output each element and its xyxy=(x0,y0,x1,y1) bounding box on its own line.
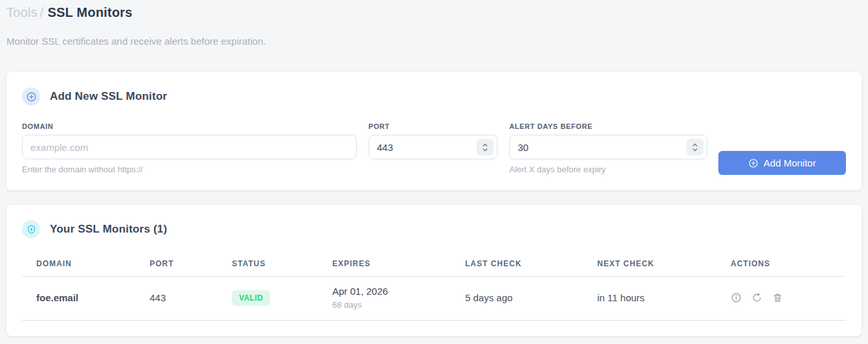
info-button[interactable] xyxy=(731,292,742,303)
header-next-check: NEXT CHECK xyxy=(583,254,716,277)
monitor-next-check: in 11 hours xyxy=(583,277,716,321)
table-header-row: DOMAIN PORT STATUS EXPIRES LAST CHECK NE… xyxy=(22,254,846,277)
monitors-list-card: Your SSL Monitors (1) DOMAIN PORT STATUS… xyxy=(6,205,862,336)
table-row: foe.email 443 VALID Apr 01, 2026 68 days… xyxy=(22,277,846,321)
monitor-last-check: 5 days ago xyxy=(451,277,583,321)
monitors-card-title: Your SSL Monitors (1) xyxy=(50,223,167,236)
plus-circle-icon xyxy=(22,87,40,106)
refresh-icon xyxy=(751,292,762,303)
monitors-card-header: Your SSL Monitors (1) xyxy=(22,220,846,238)
domain-label: DOMAIN xyxy=(22,122,357,130)
monitor-domain: foe.email xyxy=(22,277,135,321)
add-card-header: Add New SSL Monitor xyxy=(22,87,846,106)
page-title: SSL Monitors xyxy=(47,5,132,19)
domain-input[interactable] xyxy=(22,135,357,159)
row-actions xyxy=(731,292,841,303)
port-field-group: PORT xyxy=(369,122,498,159)
alert-days-stepper[interactable] xyxy=(687,139,703,155)
add-monitor-button-label: Add Monitor xyxy=(764,157,816,168)
header-actions: ACTIONS xyxy=(716,254,846,277)
chevron-up-down-icon xyxy=(482,143,488,152)
info-icon xyxy=(731,292,742,303)
header-domain: DOMAIN xyxy=(22,254,135,277)
plus-circle-icon xyxy=(748,158,759,168)
port-label: PORT xyxy=(369,122,498,130)
status-badge: VALID xyxy=(232,290,270,306)
breadcrumb: Tools/SSL Monitors xyxy=(6,5,862,20)
domain-helper-text: Enter the domain without https:// xyxy=(22,165,357,174)
alert-days-field-group: ALERT DAYS BEFORE Alert X days before ex… xyxy=(509,122,707,174)
domain-field-group: DOMAIN Enter the domain without https:// xyxy=(22,122,357,174)
add-card-title: Add New SSL Monitor xyxy=(50,90,167,103)
monitor-expires-date: Apr 01, 2026 xyxy=(332,286,446,297)
add-monitor-card: Add New SSL Monitor DOMAIN Enter the dom… xyxy=(6,72,862,190)
header-status: STATUS xyxy=(218,254,318,277)
monitors-table: DOMAIN PORT STATUS EXPIRES LAST CHECK NE… xyxy=(22,254,846,321)
alert-days-helper-text: Alert X days before expiry xyxy=(509,165,707,174)
breadcrumb-tools-link[interactable]: Tools xyxy=(6,5,38,19)
header-port: PORT xyxy=(135,254,218,277)
header-expires: EXPIRES xyxy=(318,254,451,277)
add-monitor-form: DOMAIN Enter the domain without https://… xyxy=(22,122,846,175)
monitor-port: 443 xyxy=(135,277,218,321)
chevron-up-down-icon xyxy=(692,143,698,152)
shield-icon xyxy=(22,220,40,238)
delete-button[interactable] xyxy=(772,292,783,303)
monitor-expires-days: 68 days xyxy=(332,300,446,310)
header-last-check: LAST CHECK xyxy=(451,254,583,277)
trash-icon xyxy=(772,292,783,303)
alert-days-label: ALERT DAYS BEFORE xyxy=(509,122,707,130)
breadcrumb-separator: / xyxy=(40,5,44,19)
page-subtitle: Monitor SSL certificates and receive ale… xyxy=(6,36,862,47)
ssl-monitors-page: Tools/SSL Monitors Monitor SSL certifica… xyxy=(0,0,868,336)
add-monitor-button[interactable]: Add Monitor xyxy=(718,151,847,175)
port-stepper[interactable] xyxy=(477,139,494,155)
alert-days-input[interactable] xyxy=(509,135,707,159)
refresh-button[interactable] xyxy=(751,292,762,303)
